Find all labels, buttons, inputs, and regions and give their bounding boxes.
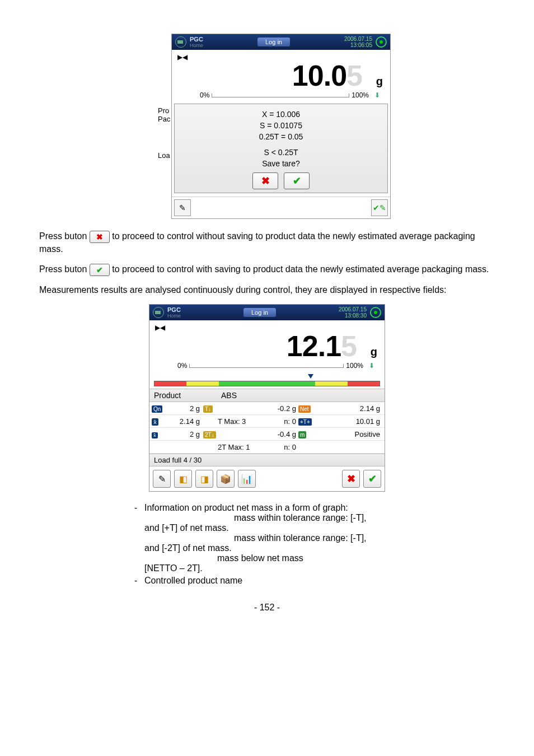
check-icon: ✔: [368, 473, 377, 485]
2t-icon: 2T↓: [203, 431, 216, 438]
cancel-button-2[interactable]: ✖: [342, 470, 360, 488]
dialog-question: Save tare?: [179, 158, 383, 169]
tools-icon[interactable]: ✎: [153, 470, 171, 488]
home-icon[interactable]: [175, 36, 186, 48]
product-row: Product ABS: [149, 389, 385, 402]
device-screenshot-2: PGC Home Log in 2006.07.15 13:08:30 ▶◀ 1…: [149, 304, 385, 492]
m-badge: m: [298, 431, 306, 438]
confirm-button-2[interactable]: ✔: [363, 470, 381, 488]
tool-icon[interactable]: ✎: [174, 199, 191, 216]
toolbar-2: ✎ ◧ ◨ 📦 📊 ✖ ✔: [149, 466, 385, 491]
titlebar-2: PGC Home Log in 2006.07.15 13:08:30: [149, 305, 385, 320]
weight-display-2: 12.15 g: [155, 332, 379, 361]
app-title: PGC: [190, 36, 203, 43]
dialog-cond: S < 0.25T: [179, 147, 383, 158]
dialog-s: S = 0.01075: [179, 120, 383, 131]
chart-icon[interactable]: 📊: [238, 470, 256, 488]
t-plus-badge: +T+: [298, 418, 312, 426]
table-row: Qn 2 g T↓ -0.2 g Net 2.14 g: [149, 402, 385, 415]
record-icon[interactable]: [370, 307, 381, 318]
product-icon-1[interactable]: ◧: [174, 470, 192, 488]
net-badge: Net: [298, 405, 311, 413]
load-status: Load full 4 / 30: [149, 454, 385, 466]
t-icon: T↓: [203, 405, 213, 413]
page-number: - 152 -: [39, 603, 495, 613]
table-row: x̄ 2.14 g T Max: 3 n: 0 +T+ 10.01 g: [149, 415, 385, 428]
inline-cancel-icon: ✖: [90, 231, 110, 243]
xlim-badge: x̄: [152, 432, 158, 438]
list-item: Information on product net mass in a for…: [134, 503, 495, 573]
inline-confirm-icon: ✔: [90, 264, 110, 276]
down-arrow-icon: ⬇: [369, 362, 374, 370]
cancel-button[interactable]: ✖: [252, 172, 278, 189]
list-item: Controlled product name: [134, 576, 495, 586]
dialog-t: 0.25T = 0.05: [179, 131, 383, 142]
edit-icon[interactable]: ✔✎: [371, 199, 388, 216]
down-arrow-icon: ⬇: [374, 91, 380, 99]
x-icon: ✖: [261, 175, 270, 187]
table-row: x̄ 2 g 2T↓ -0.4 g m Positive: [149, 428, 385, 441]
paragraph-confirm: Press buton ✔ to proceed to control with…: [39, 263, 495, 276]
dialog-x: X = 10.006: [179, 109, 383, 120]
range-bar-2: 0% 100% ⬇: [155, 361, 379, 373]
product-value: ABS: [221, 391, 237, 400]
range-bar: 0% 100% ⬇: [177, 90, 385, 102]
login-button[interactable]: Log in: [257, 38, 290, 46]
record-icon[interactable]: [376, 36, 387, 48]
tolerance-bar: [149, 374, 385, 386]
datetime: 2006.07.15 13:08:30: [339, 306, 367, 319]
paragraph-cancel: Press buton ✖ to proceed to control with…: [39, 230, 495, 255]
confirm-button[interactable]: ✔: [284, 172, 310, 189]
login-button[interactable]: Log in: [243, 308, 276, 317]
app-title: PGC: [167, 306, 181, 313]
app-subtitle: Home: [190, 43, 203, 48]
qn-badge: Qn: [152, 405, 162, 413]
x-icon: ✖: [347, 473, 355, 485]
check-icon: ✔: [293, 175, 301, 187]
app-subtitle: Home: [167, 313, 181, 319]
xbar-badge: x̄: [152, 418, 158, 426]
product-icon-2[interactable]: ◨: [195, 470, 213, 488]
device-screenshot-1: PGC Home Log in 2006.07.15 13:06:05 ▶◀ 1…: [171, 34, 391, 219]
data-grid: Qn 2 g T↓ -0.2 g Net 2.14 g x̄ 2.14 g T …: [149, 402, 385, 454]
info-list: Information on product net mass in a for…: [39, 503, 495, 586]
weight-display: 10.05 g: [177, 61, 385, 90]
package-icon[interactable]: 📦: [217, 470, 235, 488]
table-row: 2T Max: 1 n: 0: [149, 441, 385, 454]
paragraph-measurements: Measurements results are analysed contin…: [39, 284, 495, 296]
toolbar: ✎ ✔✎: [172, 197, 390, 218]
home-icon[interactable]: [153, 307, 164, 318]
save-tare-dialog: X = 10.006 S = 0.01075 0.25T = 0.05 S < …: [174, 104, 388, 193]
